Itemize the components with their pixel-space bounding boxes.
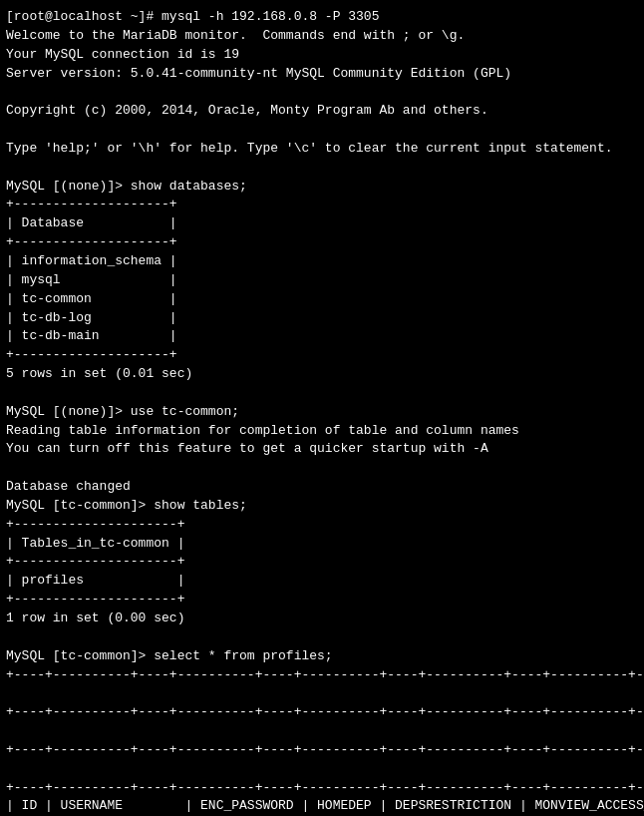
line-17: | tc-db-main |: [6, 327, 638, 346]
line-27: +---------------------+: [6, 553, 638, 572]
terminal-content: [root@localhost ~]# mysql -h 192.168.0.8…: [6, 8, 638, 816]
line-11: | Database |: [6, 214, 638, 233]
line-25: +---------------------+: [6, 516, 638, 535]
line-26: | Tables_in_tc-common |: [6, 535, 638, 554]
line-35: [6, 722, 638, 741]
line-21: Reading table information for completion…: [6, 422, 638, 441]
line-36: +----+----------+----+----------+----+--…: [6, 741, 638, 760]
line-4: Server version: 5.0.41-community-nt MySQ…: [6, 65, 638, 84]
line-6: Copyright (c) 2000, 2014, Oracle, Monty …: [6, 102, 638, 121]
line-33: [6, 684, 638, 703]
line-37: [6, 760, 638, 779]
line-header: | ID | USERNAME | ENC_PASSWORD | HOMEDEP…: [6, 797, 638, 816]
line-22: You can turn off this feature to get a q…: [6, 440, 638, 459]
line-38: +----+----------+----+----------+----+--…: [6, 779, 638, 798]
line-15: | tc-common |: [6, 290, 638, 309]
line-3: Your MySQL connection id is 19: [6, 46, 638, 65]
line-29: +---------------------+: [6, 591, 638, 610]
line-23: [6, 459, 638, 478]
line-10: +--------------------+: [6, 196, 638, 214]
line-18: +--------------------+: [6, 346, 638, 365]
terminal-window: [root@localhost ~]# mysql -h 192.168.0.8…: [0, 0, 644, 816]
line-16: | tc-db-log |: [6, 309, 638, 328]
line-19: 5 rows in set (0.01 sec): [6, 365, 638, 384]
line-12: +--------------------+: [6, 233, 638, 252]
line-1: [root@localhost ~]# mysql -h 192.168.0.8…: [6, 8, 638, 27]
line-prompt-2: MySQL [(none)]> use tc-common;: [6, 403, 638, 422]
line-31: [6, 628, 638, 647]
line-2: Welcome to the MariaDB monitor. Commands…: [6, 27, 638, 46]
line-7: [6, 121, 638, 140]
line-30: 1 row in set (0.00 sec): [6, 610, 638, 628]
line-24: Database changed: [6, 478, 638, 497]
line-prompt-4: MySQL [tc-common]> select * from profile…: [6, 647, 638, 666]
line-prompt-1: MySQL [(none)]> show databases;: [6, 178, 638, 197]
line-28: | profiles |: [6, 572, 638, 591]
line-34: +----+----------+----+----------+----+--…: [6, 703, 638, 722]
line-14: | mysql |: [6, 271, 638, 290]
line-20: [6, 384, 638, 403]
line-9: [6, 159, 638, 178]
line-prompt-3: MySQL [tc-common]> show tables;: [6, 497, 638, 516]
line-5: [6, 83, 638, 102]
line-8: Type 'help;' or '\h' for help. Type '\c'…: [6, 140, 638, 159]
line-32: +----+----------+----+----------+----+--…: [6, 666, 638, 685]
line-13: | information_schema |: [6, 252, 638, 271]
